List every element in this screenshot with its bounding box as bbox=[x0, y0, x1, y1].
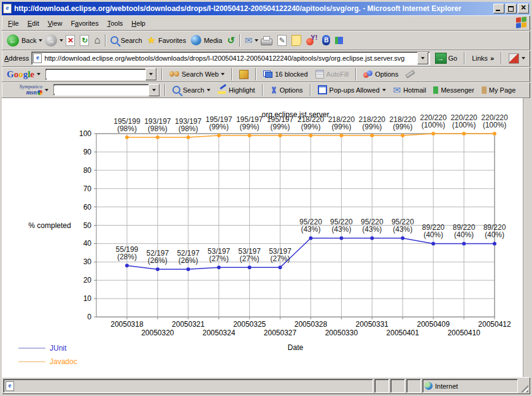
svg-text:90: 90 bbox=[83, 148, 92, 156]
note-icon bbox=[291, 35, 301, 46]
forward-icon: → bbox=[45, 34, 57, 47]
search-icon bbox=[110, 36, 118, 44]
bluetooth-icon: B bbox=[322, 35, 330, 45]
msn-messenger-button[interactable]: Messenger bbox=[431, 81, 476, 99]
svg-text:(27%): (27%) bbox=[271, 254, 290, 263]
sympatico-logo-button[interactable]: Sympatico msn bbox=[4, 81, 51, 99]
svg-text:(26%): (26%) bbox=[148, 256, 168, 265]
refresh-button[interactable]: ↻ bbox=[77, 31, 91, 50]
svg-text:(99%): (99%) bbox=[362, 123, 382, 131]
ie-window-icon bbox=[3, 4, 12, 13]
svg-text:20050325: 20050325 bbox=[233, 320, 266, 329]
my-page-icon bbox=[482, 86, 487, 94]
back-icon: ← bbox=[7, 34, 19, 47]
msn-search-icon bbox=[172, 86, 180, 94]
search-button[interactable]: Search bbox=[108, 31, 145, 50]
menu-view[interactable]: View bbox=[44, 18, 66, 29]
svg-text:(26%): (26%) bbox=[179, 256, 198, 265]
back-button[interactable]: ← Back bbox=[4, 31, 39, 50]
go-button[interactable]: → Go bbox=[433, 51, 460, 65]
google-search-input[interactable] bbox=[46, 70, 145, 78]
toolbar-separator bbox=[105, 34, 106, 47]
svg-text:(100%): (100%) bbox=[483, 121, 507, 129]
msn-search-input[interactable] bbox=[54, 86, 148, 94]
home-icon: ⌂ bbox=[94, 35, 100, 45]
print-icon bbox=[261, 39, 272, 45]
menu-help[interactable]: Help bbox=[128, 18, 149, 29]
menu-favorites[interactable]: Favorites bbox=[67, 18, 102, 29]
links-button[interactable]: Links bbox=[469, 49, 496, 67]
browser-viewport: 0102030405060708090100% completed2005031… bbox=[2, 97, 530, 377]
toolbar-separator bbox=[262, 84, 263, 96]
svg-text:100: 100 bbox=[79, 129, 91, 138]
contribute-icon bbox=[509, 53, 519, 64]
google-search-box[interactable] bbox=[45, 69, 157, 80]
svg-text:JUnit: JUnit bbox=[50, 344, 67, 352]
edit-icon: ✎ bbox=[277, 35, 287, 46]
popups-allowed-button[interactable]: Pop-ups Allowed bbox=[315, 81, 388, 99]
hotmail-button[interactable]: ✉ Hotmail bbox=[391, 81, 429, 99]
chevron-icon bbox=[490, 55, 494, 62]
menu-file[interactable]: File bbox=[4, 18, 23, 29]
popup-blocker-icon bbox=[263, 70, 272, 78]
popups-allowed-icon bbox=[318, 85, 327, 94]
address-label: Address bbox=[4, 55, 29, 62]
msn-search-dropdown[interactable] bbox=[148, 84, 160, 96]
maximize-button[interactable] bbox=[506, 4, 517, 13]
toolbar-separator bbox=[161, 68, 163, 80]
msn-messenger-icon bbox=[335, 37, 343, 44]
media-button[interactable]: Media bbox=[188, 31, 225, 50]
autofill-icon bbox=[315, 70, 324, 78]
svg-text:(43%): (43%) bbox=[362, 225, 382, 234]
menu-tools[interactable]: Tools bbox=[104, 18, 127, 29]
svg-text:20050318: 20050318 bbox=[110, 320, 144, 329]
history-button[interactable]: ↺ bbox=[225, 31, 237, 50]
svg-text:20050324: 20050324 bbox=[202, 329, 236, 337]
contribute-dropdown bbox=[522, 57, 525, 59]
menu-bar: File Edit View Favorites Tools Help bbox=[2, 15, 530, 30]
resize-grip[interactable] bbox=[519, 379, 529, 393]
svg-text:20050330: 20050330 bbox=[325, 329, 358, 337]
svg-text:(99%): (99%) bbox=[393, 123, 412, 131]
address-url-text[interactable]: http://download.eclipse.org/webtools/dow… bbox=[44, 55, 414, 62]
msn-options-button[interactable]: Options bbox=[268, 81, 306, 99]
chart-legend: JUnitJavadoc bbox=[18, 344, 77, 366]
svg-text:(43%): (43%) bbox=[393, 225, 412, 234]
forward-button[interactable]: → bbox=[42, 31, 60, 50]
google-search-dropdown[interactable] bbox=[145, 68, 156, 80]
pagerank-icon bbox=[239, 70, 249, 79]
svg-text:20050328: 20050328 bbox=[295, 320, 328, 329]
msn-toolbar: Sympatico msn Search Highlight Options P bbox=[2, 82, 530, 97]
stop-button[interactable]: ✕ bbox=[63, 31, 77, 50]
address-input[interactable]: http://download.eclipse.org/webtools/dow… bbox=[31, 51, 430, 65]
messenger-button[interactable] bbox=[333, 31, 345, 50]
msn-search-box[interactable] bbox=[53, 84, 160, 96]
close-button[interactable] bbox=[518, 4, 529, 13]
standard-toolbar: ← Back → ✕ ↻ ⌂ Search ★ Favorites Media bbox=[2, 30, 530, 50]
bluetooth-button[interactable]: B bbox=[320, 31, 333, 50]
binoculars-icon bbox=[169, 71, 179, 77]
title-bar: http://download.eclipse.org/webtools/dow… bbox=[2, 2, 530, 15]
y-axis: 0102030405060708090100 bbox=[79, 129, 96, 321]
favorites-button[interactable]: ★ Favorites bbox=[145, 31, 189, 50]
yahoo-messenger-button[interactable]: Y! bbox=[304, 31, 320, 50]
edit-button[interactable]: ✎ bbox=[275, 31, 289, 50]
toolbar-separator bbox=[310, 84, 311, 96]
svg-text:60: 60 bbox=[83, 203, 92, 211]
menu-edit[interactable]: Edit bbox=[24, 18, 43, 29]
msn-search-button-dropdown bbox=[207, 89, 210, 91]
svg-text:(27%): (27%) bbox=[209, 254, 229, 263]
highlight-button[interactable]: Highlight bbox=[215, 81, 258, 99]
pen-icon bbox=[406, 70, 415, 78]
window-title: http://download.eclipse.org/webtools/dow… bbox=[14, 4, 491, 13]
print-button[interactable] bbox=[258, 31, 275, 50]
svg-text:20050410: 20050410 bbox=[447, 329, 480, 337]
msn-search-button[interactable]: Search bbox=[170, 81, 213, 99]
mail-button[interactable]: ✉ bbox=[242, 31, 255, 50]
my-page-button[interactable]: My Page bbox=[479, 81, 518, 99]
address-dropdown[interactable] bbox=[417, 52, 428, 64]
contribute-button[interactable] bbox=[506, 49, 528, 67]
minimize-button[interactable] bbox=[493, 4, 504, 13]
home-button[interactable]: ⌂ bbox=[91, 31, 102, 50]
discuss-button[interactable] bbox=[289, 31, 304, 50]
